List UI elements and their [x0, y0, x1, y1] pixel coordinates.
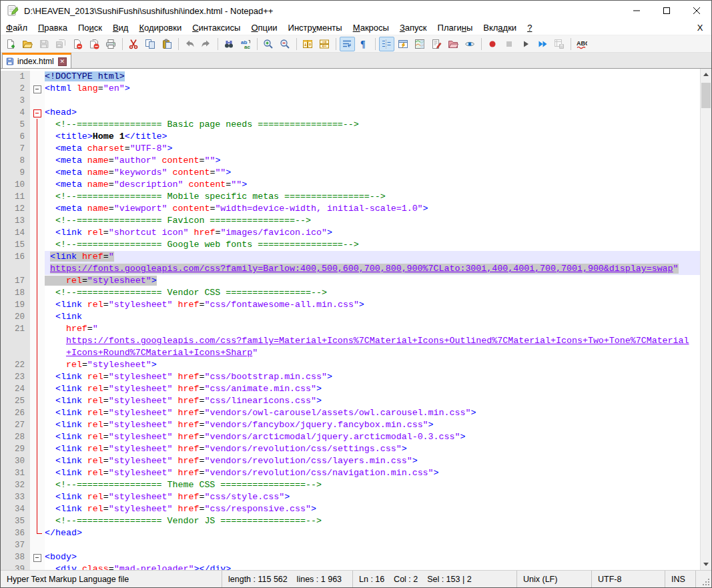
toolbar-show-all-chars-button[interactable]: ¶: [356, 37, 372, 51]
code-line-text[interactable]: <head>: [45, 107, 700, 119]
code-line-text[interactable]: [45, 95, 700, 107]
tab-close-icon[interactable]: ✕: [58, 57, 67, 66]
toolbar-sync-vertical-button[interactable]: [300, 37, 316, 51]
toolbar-open-button[interactable]: [20, 37, 35, 51]
toolbar-paste-button[interactable]: [159, 37, 175, 51]
toolbar-save-button[interactable]: [37, 37, 52, 51]
code-line-text[interactable]: <!--================ Favicon ===========…: [45, 215, 700, 227]
code-line-text[interactable]: <meta name="viewport" content="width=dev…: [45, 203, 700, 215]
code-line-text[interactable]: +Icons+Round%7CMaterial+Icons+Sharp": [45, 347, 700, 359]
code-area[interactable]: 1<!DOCTYPE html>2<html lang="en">34<head…: [1, 69, 700, 570]
code-line-text[interactable]: <link rel="shortcut icon" href="images/f…: [45, 227, 700, 239]
code-line-text[interactable]: <link rel="stylesheet" href="vendors/rev…: [45, 455, 700, 467]
code-line-text[interactable]: <link: [45, 311, 700, 323]
toolbar-save-all-button[interactable]: [53, 37, 69, 51]
scroll-down-arrow[interactable]: [701, 559, 711, 570]
toolbar-close-all-button[interactable]: [87, 37, 102, 51]
code-line-text[interactable]: <div class="mad-preloader"></div>: [45, 563, 700, 570]
code-line-text[interactable]: <link rel="stylesheet" href="css/respons…: [45, 503, 700, 515]
menu-item-tools[interactable]: Инструменты: [283, 21, 348, 35]
toolbar-sync-horizontal-button[interactable]: [317, 37, 332, 51]
code-line-text[interactable]: <!--================ Mobile specific met…: [45, 191, 700, 203]
menu-close-document-button[interactable]: X: [691, 23, 709, 33]
menu-item-plugins[interactable]: Плагины: [432, 21, 478, 35]
code-line-text[interactable]: <link rel="stylesheet" href="css/bootstr…: [45, 371, 700, 383]
menu-item-help[interactable]: ?: [522, 21, 537, 35]
fold-toggle-icon[interactable]: [30, 83, 45, 95]
toolbar-macro-stop-button[interactable]: [502, 37, 517, 51]
toolbar-macro-run-multiple-button[interactable]: [535, 37, 551, 51]
toolbar-new-file-button[interactable]: [3, 37, 19, 51]
code-line-text[interactable]: <title>Home 1</title>: [45, 131, 700, 143]
code-line-text[interactable]: <link rel="stylesheet" href="vendors/rev…: [45, 443, 700, 455]
toolbar-replace-button[interactable]: abac: [238, 37, 254, 51]
code-line-text[interactable]: https://fonts.googleapis.com/css?family=…: [45, 263, 700, 275]
code-line-text[interactable]: </head>: [45, 527, 700, 539]
maximize-button[interactable]: [651, 1, 681, 21]
menu-item-edit[interactable]: Правка: [33, 21, 73, 35]
vertical-scrollbar[interactable]: [700, 69, 711, 570]
toolbar-zoom-out-button[interactable]: [278, 37, 293, 51]
toolbar-user-defined-dialog-button[interactable]: [396, 37, 411, 51]
resize-grip[interactable]: [696, 571, 711, 587]
toolbar-function-list-button[interactable]: [429, 37, 444, 51]
fold-toggle-icon[interactable]: [30, 551, 45, 563]
code-line-text[interactable]: <meta charset="UTF-8">: [45, 143, 700, 155]
toolbar-macro-play-button[interactable]: [518, 37, 534, 51]
toolbar-print-button[interactable]: [103, 37, 119, 51]
tab-index-html[interactable]: index.html ✕: [2, 53, 71, 68]
code-line-text[interactable]: <link rel="stylesheet" href="vendors/owl…: [45, 407, 700, 419]
fold-toggle-icon[interactable]: [30, 107, 45, 119]
code-line-text[interactable]: <link href=": [45, 251, 700, 263]
code-line-text[interactable]: https://fonts.googleapis.com/css?family=…: [45, 335, 700, 347]
close-button[interactable]: [681, 1, 711, 21]
code-line-text[interactable]: <link rel="stylesheet" href="css/lineari…: [45, 395, 700, 407]
menu-item-language[interactable]: Синтаксисы: [187, 21, 246, 35]
code-line-text[interactable]: <body>: [45, 551, 700, 563]
code-line-text[interactable]: <link rel="stylesheet" href="css/animate…: [45, 383, 700, 395]
toolbar-zoom-in-button[interactable]: [261, 37, 276, 51]
minimize-button[interactable]: [621, 1, 651, 21]
code-line-text[interactable]: <link rel="stylesheet" href="css/style.c…: [45, 491, 700, 503]
code-line-text[interactable]: <!--================ Google web fonts ==…: [45, 239, 700, 251]
menu-item-search[interactable]: Поиск: [73, 21, 107, 35]
scroll-up-arrow[interactable]: [701, 69, 711, 80]
code-line-text[interactable]: <html lang="en">: [45, 83, 700, 95]
code-line-text[interactable]: <meta name="keywords" content="">: [45, 167, 700, 179]
code-line-text[interactable]: <!--================ Basic page needs ==…: [45, 119, 700, 131]
code-line-text[interactable]: <!--================ Vendor JS =========…: [45, 515, 700, 527]
toolbar-folder-as-workspace-button[interactable]: [446, 37, 461, 51]
title-bar[interactable]: D:\HEAVEN_2013\SushiFushi\sushifushi\ind…: [1, 1, 711, 21]
toolbar-undo-button[interactable]: [182, 37, 198, 51]
toolbar-indent-guide-button[interactable]: [379, 37, 394, 51]
toolbar-redo-button[interactable]: [199, 37, 214, 51]
scrollbar-thumb[interactable]: [701, 83, 711, 108]
code-line-text[interactable]: <link rel="stylesheet" href="vendors/rev…: [45, 467, 700, 479]
toolbar-spell-check-button[interactable]: ABC: [575, 37, 590, 51]
toolbar-copy-button[interactable]: [143, 37, 158, 51]
code-line-text[interactable]: <link rel="stylesheet" href="css/fontawe…: [45, 299, 700, 311]
menu-item-view[interactable]: Вид: [107, 21, 134, 35]
toolbar-find-button[interactable]: [222, 37, 237, 51]
code-line-text[interactable]: <!DOCTYPE html>: [45, 71, 700, 83]
toolbar-word-wrap-button[interactable]: [340, 37, 355, 51]
code-line-text[interactable]: <link rel="stylesheet" href="vendors/arc…: [45, 431, 700, 443]
code-line-text[interactable]: <!--================ Vendor CSS ========…: [45, 287, 700, 299]
code-line-text[interactable]: <!--================ Theme CSS =========…: [45, 479, 700, 491]
menu-item-run[interactable]: Запуск: [394, 21, 432, 35]
code-line-text[interactable]: <link rel="stylesheet" href="vendors/fan…: [45, 419, 700, 431]
code-line-text[interactable]: <meta name="description" content="">: [45, 179, 700, 191]
toolbar-monitoring-button[interactable]: [462, 37, 478, 51]
menu-item-encoding[interactable]: Кодировки: [133, 21, 187, 35]
code-line-text[interactable]: <meta name="author" content="">: [45, 155, 700, 167]
menu-item-settings[interactable]: Опции: [246, 21, 282, 35]
code-line-text[interactable]: [45, 539, 700, 551]
toolbar-macro-save-button[interactable]: [552, 37, 567, 51]
code-line-text[interactable]: rel="stylesheet">: [45, 275, 700, 287]
code-line-text[interactable]: href=": [45, 323, 700, 335]
menu-item-macro[interactable]: Макросы: [348, 21, 394, 35]
toolbar-document-map-button[interactable]: [412, 37, 428, 51]
toolbar-cut-button[interactable]: [126, 37, 141, 51]
menu-item-file[interactable]: Файл: [1, 21, 33, 35]
toolbar-close-button[interactable]: [70, 37, 85, 51]
